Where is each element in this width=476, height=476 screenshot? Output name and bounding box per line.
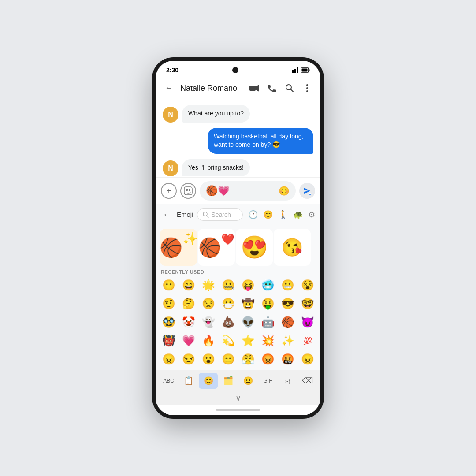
emoji-cell[interactable]: 💗 [179,332,198,350]
emoji-picker-title: Emoji [177,211,193,218]
send-icon [303,187,311,195]
emoji-cell[interactable]: 😒 [179,350,198,368]
emoji-cell[interactable]: 🥶 [258,276,277,294]
home-bar [216,409,260,411]
emoji-cell[interactable]: 😷 [219,295,238,312]
emoji-cell[interactable]: 💫 [219,332,238,350]
emoji-cell[interactable]: 😠 [298,350,317,368]
emoji-picker-icon[interactable]: 😊 [279,186,290,196]
emoji-cell[interactable]: 🤓 [298,295,317,312]
emoji-cell[interactable]: 😝 [238,276,257,294]
animals-tab[interactable]: 🐢 [291,208,305,221]
more-vert-icon [306,84,308,92]
back-button[interactable]: ← [161,80,177,96]
svg-rect-6 [249,86,256,91]
chat-area: N What are you up to? Watching basketbal… [156,100,320,177]
search-icon [203,212,209,218]
emoji-cell[interactable]: 🤬 [278,350,297,368]
emoji-tab[interactable]: 😊 [261,208,275,221]
featured-emoji-3[interactable]: 😍 [236,229,273,266]
emoji-cell[interactable]: 😶 [159,276,178,294]
emoji-cell[interactable]: 😠 [159,350,178,368]
message-bubble: Yes I'll bring snacks! [182,159,250,177]
emoji-cell[interactable]: 💩 [219,313,238,331]
search-button[interactable] [282,80,298,96]
emoji-cell[interactable]: 😄 [179,276,198,294]
app-bar: ← Natalie Romano [156,77,320,100]
featured-emoji-1[interactable]: 🏀✨ [160,229,197,266]
app-bar-actions [246,80,315,96]
keyboard-nav: ABC 📋 😊 🗂️ 😐 GIF :-) ⌫ [156,370,320,391]
contact-name: Natalie Romano [180,84,246,93]
status-bar: 2:30 [156,61,320,77]
emoji-cell[interactable]: 💯 [298,332,317,350]
recent-tab[interactable]: 🕐 [246,208,260,221]
emoji-cell[interactable]: 🤑 [258,295,277,312]
battery-icon [301,67,310,73]
collapse-button[interactable]: ∨ [156,391,320,405]
emoji-cell[interactable]: 🌟 [199,276,218,294]
featured-emoji-2[interactable]: 🏀❤️ [198,229,235,266]
add-button[interactable]: + [161,183,177,199]
emoji-picker: ← Emoji Search 🕐 😊 🚶 🐢 ⚙ 🏀✨ 🏀❤️ 😍 [156,204,320,405]
emoji-cell[interactable]: 😡 [258,350,277,368]
keyboard-delete-button[interactable]: ⌫ [298,373,317,389]
emoji-cell[interactable]: 😎 [278,295,297,312]
emoji-cell[interactable]: 🤡 [179,313,198,331]
keyboard-abc-button[interactable]: ABC [159,373,178,389]
keyboard-clipboard-button[interactable]: 📋 [179,373,198,389]
emoji-cell[interactable]: 😵 [298,276,317,294]
emoji-cell[interactable]: 👽 [238,313,257,331]
emoji-picker-back[interactable]: ← [161,208,173,221]
svg-marker-0 [292,70,294,73]
home-indicator [156,405,320,415]
svg-marker-1 [294,69,296,73]
keyboard-emoji-button[interactable]: 😊 [199,373,218,389]
svg-rect-4 [309,69,310,71]
sticker-button[interactable] [180,183,196,199]
emoji-cell[interactable]: 💥 [258,332,277,350]
message-input[interactable]: 🏀💗 😊 [200,181,296,201]
keyboard-gif-button[interactable]: GIF [258,373,277,389]
emoji-cell[interactable]: 👹 [159,332,178,350]
emoji-cell[interactable]: 😑 [219,350,238,368]
emoji-cell[interactable]: 😬 [278,276,297,294]
people-tab[interactable]: 🚶 [276,208,290,221]
keyboard-sticker-button[interactable]: 🗂️ [219,373,238,389]
emoji-cell[interactable]: 🔥 [199,332,218,350]
svg-point-10 [306,84,308,86]
svg-marker-2 [297,67,298,73]
emoji-search-placeholder: Search [212,211,231,218]
emoji-cell[interactable]: 🤐 [219,276,238,294]
video-call-button[interactable] [246,80,262,96]
emoji-cell[interactable]: 🤠 [238,295,257,312]
keyboard-kaomoji2-button[interactable]: :-) [278,373,297,389]
emoji-cell[interactable]: 🤖 [258,313,277,331]
sticker-icon [184,186,193,195]
more-button[interactable] [299,80,315,96]
emoji-cell[interactable]: 🤔 [179,295,198,312]
emoji-cell[interactable]: ✨ [278,332,297,350]
input-row: + 🏀💗 😊 [156,177,320,204]
emoji-search[interactable]: Search [197,208,243,221]
phone-frame: 2:30 ← Natalie Romano [152,57,324,419]
emoji-cell[interactable]: 😒 [199,295,218,312]
emoji-cell[interactable]: ⭐ [238,332,257,350]
svg-rect-15 [189,189,190,191]
send-button[interactable] [299,183,315,199]
phone-button[interactable] [264,80,280,96]
settings-icon[interactable]: ⚙ [308,210,315,219]
emoji-cell[interactable]: 🥸 [159,313,178,331]
message-row: N What are you up to? [163,105,313,123]
emoji-cell[interactable]: 😤 [238,350,257,368]
keyboard-kaomoji-button[interactable]: 😐 [238,373,257,389]
message-row: N Yes I'll bring snacks! [163,159,313,177]
featured-emoji-4[interactable]: 😘 [274,229,311,266]
emoji-cell[interactable]: 😈 [298,313,317,331]
message-bubble: Watching basketball all day long, want t… [208,128,313,154]
emoji-cell[interactable]: 😮 [199,350,218,368]
emoji-cell[interactable]: 👻 [199,313,218,331]
svg-point-11 [306,87,308,89]
emoji-cell[interactable]: 🏀 [278,313,297,331]
emoji-cell[interactable]: 🤨 [159,295,178,312]
